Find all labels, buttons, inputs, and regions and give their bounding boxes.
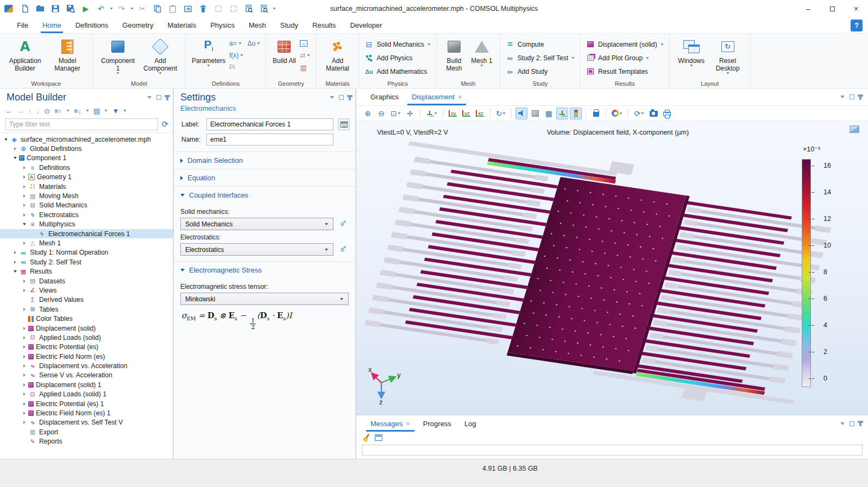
tree-item[interactable]: ∞Study 1: Normal Operation bbox=[0, 248, 173, 257]
grid-button[interactable]: ▦ bbox=[543, 107, 555, 119]
tree-toggle-icon[interactable] bbox=[21, 213, 28, 217]
plot-image-icon[interactable] bbox=[850, 125, 859, 133]
add-electrostatics-button[interactable] bbox=[338, 244, 349, 255]
tree-toggle-icon[interactable] bbox=[11, 251, 19, 254]
panel-menu-icon[interactable] bbox=[330, 96, 334, 99]
zoom-out-button[interactable]: ⊖ bbox=[375, 107, 387, 119]
deselect-button[interactable] bbox=[227, 3, 240, 15]
save-button[interactable] bbox=[49, 3, 62, 15]
component-button[interactable]: Component 1 bbox=[98, 37, 137, 74]
section-coupled-interfaces[interactable]: Coupled Interfaces bbox=[174, 186, 355, 204]
build-all-button[interactable]: Build All bbox=[272, 37, 297, 65]
duplicate-button[interactable] bbox=[181, 3, 194, 15]
update-plot-button[interactable]: ⟳ bbox=[632, 107, 646, 119]
tree-item[interactable]: Electric Potential (es) 1 bbox=[0, 399, 173, 408]
expand-dropdown-icon[interactable] bbox=[66, 110, 69, 111]
go-to-view-button[interactable] bbox=[424, 107, 439, 119]
tree-item[interactable]: ∠Views bbox=[0, 286, 173, 295]
tree-item[interactable]: Displacement (solid) 1 bbox=[0, 380, 173, 389]
tab-progress[interactable]: Progress bbox=[417, 415, 458, 432]
label-field[interactable] bbox=[206, 118, 334, 130]
tree-toggle-icon[interactable] bbox=[21, 223, 28, 225]
tree-toggle-icon[interactable] bbox=[21, 204, 28, 207]
tree-toggle-icon[interactable] bbox=[21, 355, 28, 358]
delete-button[interactable] bbox=[197, 3, 210, 15]
electrostatics-select[interactable]: Electrostatics bbox=[180, 243, 334, 256]
tree-item[interactable]: ⊟Solid Mechanics bbox=[0, 201, 173, 210]
tree-item[interactable]: Electric Field Norm (es) bbox=[0, 352, 173, 361]
menu-tab-physics[interactable]: Physics bbox=[203, 17, 242, 33]
plot-area[interactable]: VtestL=0 V, VtestR=2 V Volume: Displacem… bbox=[356, 121, 868, 414]
sound-button[interactable] bbox=[515, 107, 527, 119]
expand-button[interactable]: ≡↑ bbox=[54, 107, 62, 115]
filter-dropdown-icon[interactable] bbox=[124, 110, 127, 111]
add-mathematics-button[interactable]: ΔuAdd Mathematics bbox=[364, 65, 430, 78]
cut-button[interactable]: ✂ bbox=[136, 3, 149, 15]
order-dropdown-icon[interactable] bbox=[105, 110, 108, 111]
functions-button[interactable]: f(x) bbox=[229, 50, 260, 61]
stress-tensor-select[interactable]: Minkowski bbox=[180, 293, 349, 305]
open-file-button[interactable] bbox=[34, 3, 47, 15]
maximize-button[interactable] bbox=[820, 0, 844, 17]
model-manager-button[interactable]: Model Manager bbox=[48, 37, 87, 72]
tree-item[interactable]: Electric Field Norm (es) 1 bbox=[0, 408, 173, 418]
mesh1-button[interactable]: Mesh 1 bbox=[469, 37, 494, 67]
solid-mechanics-button[interactable]: ⊟Solid Mechanics bbox=[364, 38, 430, 50]
tree-item[interactable]: ∞Study 2: Self Test bbox=[0, 257, 173, 267]
tree-toggle-icon[interactable] bbox=[21, 336, 28, 339]
collapse-button[interactable]: ≡↓ bbox=[74, 107, 81, 115]
tab-displacement[interactable]: Displacement× bbox=[405, 88, 468, 105]
combo-dropdown-icon[interactable] bbox=[337, 298, 346, 300]
axis-orientation-button[interactable] bbox=[556, 107, 568, 119]
study2-button[interactable]: ∞Study 2: Self Test bbox=[506, 52, 575, 64]
tree-toggle-icon[interactable] bbox=[21, 374, 28, 377]
color-legend-button[interactable] bbox=[570, 107, 582, 119]
add-plot-group-button[interactable]: Add Plot Group bbox=[586, 52, 664, 64]
print-button[interactable] bbox=[661, 107, 673, 119]
save-as-button[interactable] bbox=[64, 3, 77, 15]
tree-item[interactable]: ⊡Applied Loads (solid) 1 bbox=[0, 390, 173, 399]
tree-toggle-icon[interactable] bbox=[2, 138, 10, 141]
add-solid-mechanics-button[interactable] bbox=[338, 219, 349, 230]
solid-mechanics-select[interactable]: Solid Mechanics bbox=[180, 218, 334, 230]
panel-pin-icon[interactable] bbox=[349, 95, 351, 100]
tree-item[interactable]: ϟElectromechanical Forces 1 bbox=[0, 229, 173, 238]
show-button[interactable]: ⊙ bbox=[44, 107, 50, 115]
panel-pin-icon[interactable] bbox=[859, 94, 861, 100]
build-mesh-button[interactable]: Build Mesh bbox=[442, 37, 466, 72]
filter-button[interactable]: ▼ bbox=[112, 107, 119, 115]
tree-item[interactable]: Displacement (solid) bbox=[0, 324, 173, 333]
update-solution-button[interactable]: Δu bbox=[248, 40, 256, 47]
tree-toggle-icon[interactable] bbox=[21, 402, 28, 406]
tree-toggle-icon[interactable] bbox=[21, 364, 28, 368]
panel-float-icon[interactable] bbox=[850, 421, 854, 426]
add-physics-button[interactable]: Add Physics bbox=[364, 52, 430, 64]
menu-tab-geometry[interactable]: Geometry bbox=[115, 17, 160, 33]
windows-button[interactable]: Windows bbox=[675, 37, 708, 67]
zoom-box-button[interactable]: ⊡ bbox=[389, 107, 402, 119]
tree-toggle-icon[interactable] bbox=[11, 270, 19, 273]
close-tab-icon[interactable]: × bbox=[458, 93, 462, 101]
tree-item[interactable]: AGeometry 1 bbox=[0, 173, 173, 182]
undo-dropdown-icon[interactable] bbox=[110, 8, 112, 9]
open-messages-window-icon[interactable] bbox=[375, 434, 382, 441]
redo-button[interactable]: ↷ bbox=[115, 3, 128, 15]
tree-toggle-icon[interactable] bbox=[21, 242, 28, 245]
view-xz-button[interactable]: xz bbox=[474, 107, 486, 119]
tree-item[interactable]: ◈surface_micromachined_accelerometer.mph bbox=[0, 135, 173, 144]
node-order-button[interactable]: ▤ bbox=[93, 107, 100, 115]
rotate-button[interactable]: ↻ bbox=[494, 107, 508, 119]
tree-item[interactable]: Component 1 bbox=[0, 154, 173, 163]
tree-toggle-icon[interactable] bbox=[21, 421, 28, 424]
tree-item[interactable]: ⊡Applied Loads (solid) bbox=[0, 333, 173, 342]
application-builder-button[interactable]: AApplication Builder bbox=[5, 37, 45, 72]
geometry-partition-button[interactable]: ▥ bbox=[300, 62, 310, 73]
redo-dropdown-icon[interactable] bbox=[130, 8, 133, 9]
tree-item[interactable]: ▤Datasets bbox=[0, 276, 173, 286]
zoom-in-button[interactable]: ⊕ bbox=[362, 107, 374, 119]
tree-item[interactable]: ⊞Tables bbox=[0, 305, 173, 314]
displacement-plot-button[interactable]: Displacement (solid) bbox=[586, 38, 664, 50]
tree-item[interactable]: ∿Displacement vs. Self Test V bbox=[0, 418, 173, 427]
messages-output[interactable] bbox=[362, 445, 863, 456]
tree-toggle-icon[interactable] bbox=[11, 157, 19, 159]
